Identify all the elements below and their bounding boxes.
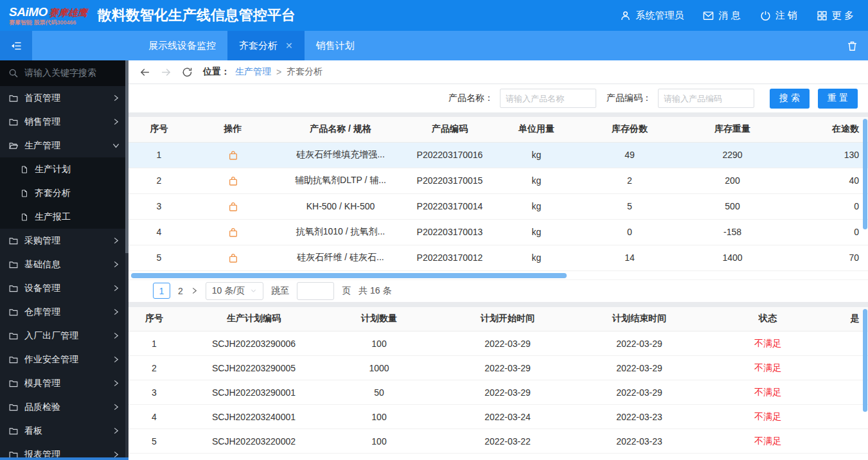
cell-no: 2: [128, 356, 180, 380]
sidebar-item-work-safety[interactable]: 作业安全管理: [0, 348, 128, 371]
cell-plan-code: SCJH202203220002: [180, 429, 328, 454]
sidebar-collapse-button[interactable]: [0, 31, 32, 60]
folder-icon: [9, 427, 18, 436]
logout-button[interactable]: 注 销: [760, 10, 797, 22]
tab-sales-plan[interactable]: 销售计划: [305, 31, 366, 60]
cell-product-code: P202203170014: [405, 193, 495, 219]
status-badge: 不满足: [694, 405, 842, 429]
table-row[interactable]: 3 SCJH202203290001 50 2022-03-29 2022-03…: [128, 380, 868, 405]
tab-kitting-analysis[interactable]: 齐套分析 ✕: [227, 31, 305, 60]
reset-button[interactable]: 重 置: [818, 89, 858, 109]
folder-icon: [9, 118, 18, 127]
sidebar-search-input[interactable]: 请输入关键字搜索: [0, 60, 128, 86]
trash-icon: [847, 40, 858, 51]
pagination-prev-icon[interactable]: [138, 287, 145, 294]
breadcrumb-parent-link[interactable]: 生产管理: [235, 66, 271, 78]
table-row[interactable]: 4 抗氧剂1010 / 抗氧剂... P202203170013 kg 0 -1…: [128, 219, 868, 245]
cell-end-date: 2022-03-23: [585, 429, 694, 454]
sidebar-item-production-report[interactable]: 生产报工: [0, 205, 128, 229]
sidebar-hscrollbar[interactable]: [0, 457, 128, 460]
sidebar-item-sales[interactable]: 销售管理: [0, 110, 128, 134]
cell-plan-code: SCJH202203240001: [180, 405, 328, 429]
power-icon: [760, 10, 771, 21]
table-row[interactable]: 1 SCJH202203290006 100 2022-03-29 2022-0…: [128, 332, 868, 356]
pagination-page-2[interactable]: 2: [178, 286, 183, 296]
chevron-right-icon: [112, 332, 120, 339]
sidebar-item-kitting-analysis[interactable]: 齐套分析: [0, 181, 128, 205]
tab-label: 展示线设备监控: [148, 40, 216, 52]
operation-bag-button[interactable]: [228, 253, 238, 263]
cell-qty: 100: [328, 405, 430, 429]
chevron-right-icon: [112, 261, 120, 268]
messages-button[interactable]: 消 息: [703, 10, 740, 22]
table-row[interactable]: 5 硅灰石纤维 / 硅灰石... P202203170012 kg 14 140…: [128, 245, 868, 270]
sidebar-item-warehouse[interactable]: 仓库管理: [0, 300, 128, 324]
sidebar-item-label: 看板: [24, 425, 42, 437]
table-vscrollbar-thumb[interactable]: [863, 119, 867, 229]
refresh-button[interactable]: [182, 67, 193, 78]
sidebar-item-mold[interactable]: 模具管理: [0, 371, 128, 395]
column-header: 库存重量: [681, 117, 784, 142]
pagination-page-1[interactable]: 1: [153, 283, 170, 299]
table-row[interactable]: 4 SCJH202203240001 100 2022-03-24 2022-0…: [128, 405, 868, 429]
sidebar-item-basic-info[interactable]: 基础信息: [0, 252, 128, 276]
cell-product-code: P202203170016: [405, 142, 495, 168]
cell-start-date: 2022-03-22: [430, 429, 585, 454]
cell-product-name: 硅灰石纤维 / 硅灰石...: [276, 245, 405, 270]
cell-start-date: 2022-03-29: [430, 332, 585, 356]
jump-page-input[interactable]: [297, 282, 334, 300]
table-row[interactable]: 3 KH-500 / KH-500 P202203170014 kg 5 500…: [128, 193, 868, 219]
bag-icon: [228, 202, 238, 212]
tab-device-monitor[interactable]: 展示线设备监控: [137, 31, 227, 60]
sidebar-item-label: 首页管理: [24, 93, 60, 104]
cell-stock-weight: 200: [681, 168, 784, 193]
sidebar-item-quality[interactable]: 品质检验: [0, 395, 128, 419]
breadcrumb-bar: 位置： 生产管理 > 齐套分析: [128, 60, 868, 84]
product-code-label: 产品编码：: [607, 93, 651, 104]
sidebar-item-equipment[interactable]: 设备管理: [0, 276, 128, 300]
search-button[interactable]: 搜 索: [770, 89, 810, 109]
cell-in-transit: 40: [784, 168, 868, 193]
refresh-icon: [182, 67, 193, 78]
close-tabs-button[interactable]: [847, 40, 858, 51]
top-header: SAiMO赛摩雄鹰 赛摩智能 股票代码300466 散料数智化生产线信息管控平台…: [0, 0, 868, 31]
cell-product-name: 辅助抗氧剂DLTP / 辅...: [276, 168, 405, 193]
tab-close-icon[interactable]: ✕: [285, 40, 293, 51]
operation-bag-button[interactable]: [228, 176, 238, 186]
messages-label: 消 息: [718, 10, 740, 22]
cell-no: 3: [128, 380, 180, 405]
operation-bag-button[interactable]: [228, 227, 238, 238]
cell-unit: kg: [495, 219, 578, 245]
sidebar-item-label: 齐套分析: [35, 188, 71, 199]
sidebar-item-purchase[interactable]: 采购管理: [0, 229, 128, 252]
cell-start-date: 2022-03-29: [430, 380, 585, 405]
sidebar-item-home[interactable]: 首页管理: [0, 86, 128, 110]
pagination-next-icon[interactable]: [191, 287, 198, 294]
table-row[interactable]: 1 硅灰石纤维填充增强... P202203170016 kg 49 2290 …: [128, 142, 868, 168]
cell-in-transit: 0: [784, 193, 868, 219]
sidebar-item-label: 生产管理: [24, 140, 60, 152]
tab-bar: 展示线设备监控 齐套分析 ✕ 销售计划: [0, 31, 868, 60]
brand-logo: SAiMO赛摩雄鹰 赛摩智能 股票代码300466: [9, 6, 87, 26]
sidebar-item-gate-management[interactable]: 入厂出厂管理: [0, 324, 128, 348]
sidebar-item-label: 生产计划: [35, 164, 71, 175]
table-row[interactable]: 5 SCJH202203220002 100 2022-03-22 2022-0…: [128, 429, 868, 454]
table-row[interactable]: 2 SCJH202203290005 1000 2022-03-29 2022-…: [128, 356, 868, 380]
sidebar-item-dashboard[interactable]: 看板: [0, 419, 128, 443]
sidebar-item-production-plan[interactable]: 生产计划: [0, 157, 128, 181]
operation-bag-button[interactable]: [228, 150, 238, 161]
product-name-label: 产品名称：: [448, 93, 493, 104]
table-hscrollbar-thumb[interactable]: [131, 273, 567, 278]
operation-bag-button[interactable]: [228, 202, 238, 212]
user-menu[interactable]: 系统管理员: [620, 10, 684, 22]
forward-button[interactable]: [161, 67, 172, 78]
column-header: 计划结束时间: [585, 307, 694, 332]
page-size-select[interactable]: 10 条/页: [206, 282, 263, 300]
product-code-input[interactable]: [658, 89, 754, 108]
table-vscrollbar-thumb[interactable]: [863, 309, 867, 412]
product-name-input[interactable]: [500, 89, 596, 108]
back-button[interactable]: [139, 67, 150, 78]
sidebar-item-production[interactable]: 生产管理: [0, 134, 128, 157]
more-button[interactable]: 更 多: [817, 10, 854, 22]
table-row[interactable]: 2 辅助抗氧剂DLTP / 辅... P202203170015 kg 2 20…: [128, 168, 868, 193]
